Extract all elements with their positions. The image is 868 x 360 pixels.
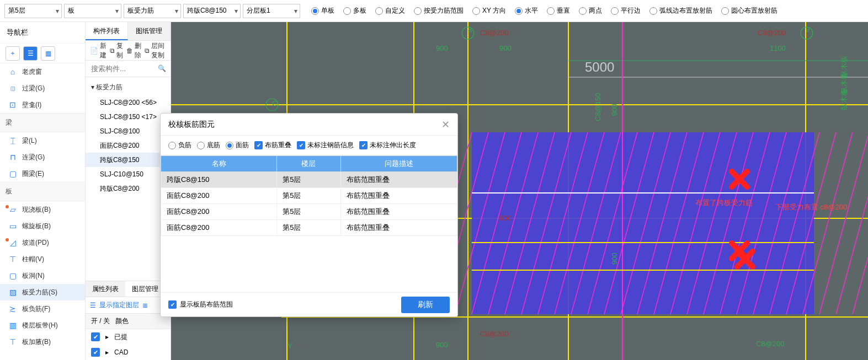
nav-item[interactable]: ▥楼层板带(H) <box>0 317 85 334</box>
option-多板[interactable]: 多板 <box>340 6 370 15</box>
tree-root[interactable]: 板受力筋 <box>86 79 171 95</box>
nav-tb-list-icon[interactable]: ☰ <box>23 46 38 61</box>
nav-item[interactable]: ⌂老虎窗 <box>0 63 85 80</box>
filter-check[interactable]: ✔布筋重叠 <box>254 141 291 150</box>
column-header: 问题描述 <box>340 156 457 172</box>
option-两点[interactable]: 两点 <box>576 6 605 15</box>
dd-category[interactable]: 板 <box>64 4 121 18</box>
tb-icon: 📄 <box>90 47 98 55</box>
dd-layer[interactable]: 分层板1 <box>243 4 300 18</box>
filter-check[interactable]: ✔未标注伸出长度 <box>359 141 416 150</box>
nav-item-icon: ▢ <box>8 169 18 179</box>
nav-item-icon: ▢ <box>8 271 18 281</box>
nav-item-icon: ⊤ <box>8 254 18 264</box>
check-icon: ✔ <box>297 141 305 149</box>
toolbar-button[interactable]: ⧉复制 <box>110 41 123 60</box>
layer-row[interactable]: ✔▸已提 <box>86 329 171 345</box>
tab[interactable]: 图纸管理 <box>128 22 171 40</box>
nav-item[interactable]: ◿坡道(PD) <box>0 234 85 251</box>
layer-row[interactable]: ✔▸CAD <box>86 345 171 360</box>
dd-item[interactable]: 跨版C8@150 <box>183 4 241 18</box>
check-dialog: 校核板筋图元 ✕ 负筋底筋面筋✔布筋重叠✔未标注钢筋信息✔未标注伸出长度 名称楼… <box>160 113 458 317</box>
nav-item[interactable]: ⎅过梁(G) <box>0 80 85 96</box>
search-box <box>86 61 171 77</box>
nav-tb-add-icon[interactable]: + <box>6 46 20 61</box>
tree-item[interactable]: 跨版C8@150 <box>86 153 171 167</box>
table-row[interactable]: 跨版C8@150第5层布筋范围重叠 <box>161 172 457 188</box>
footer-check[interactable]: ✔ 显示板筋布筋范围 <box>168 300 233 309</box>
nav-item[interactable]: ▭螺旋板(B) <box>0 218 85 234</box>
tab[interactable]: 图层管理 <box>125 281 165 297</box>
check-icon: ✔ <box>168 300 177 309</box>
tb-icon: 🗑 <box>126 47 133 55</box>
svg-text:900: 900 <box>610 252 619 265</box>
filter-check[interactable]: ✔未标注钢筋信息 <box>297 141 354 150</box>
nav-item-icon: ⊤ <box>8 337 18 347</box>
dd-floor[interactable]: 第5层 <box>4 4 62 18</box>
check-icon[interactable]: ✔ <box>91 332 100 341</box>
tree-item[interactable]: SLJ-C8@150 <17> <box>86 110 171 124</box>
layer-toolbar: ☰显示指定图层≣ <box>86 297 171 314</box>
table-row[interactable]: 面筋C8@200第5层布筋范围重叠 <box>161 188 457 204</box>
option-XY 方向[interactable]: XY 方向 <box>469 6 509 15</box>
toolbar-button[interactable]: ⧉层间复制 <box>145 41 166 60</box>
nav-item-icon: ⌂ <box>8 67 18 77</box>
option-圆心布置放射筋[interactable]: 圆心布置放射筋 <box>718 6 781 15</box>
svg-text:900: 900 <box>499 44 512 52</box>
radio-icon <box>649 7 657 15</box>
option-垂直[interactable]: 垂直 <box>544 6 573 15</box>
tree-item[interactable]: SLJ-C8@200 <56> <box>86 95 171 110</box>
nav-item[interactable]: ⊤柱帽(V) <box>0 251 85 267</box>
nav-item[interactable]: ⊡壁龛(I) <box>0 96 85 113</box>
nav-item[interactable]: ⊓连梁(G) <box>0 149 85 165</box>
option-水平[interactable]: 水平 <box>512 6 541 15</box>
svg-text:900: 900 <box>499 214 512 222</box>
component-toolbar: 📄新建⧉复制🗑删除⧉层间复制 <box>86 41 171 61</box>
close-icon[interactable]: ✕ <box>441 119 450 131</box>
option-弧线边布置放射筋[interactable]: 弧线边布置放射筋 <box>646 6 716 15</box>
nav-item-icon: ▨ <box>8 287 18 297</box>
nav-item[interactable]: ▢圈梁(E) <box>0 165 85 182</box>
toolbar-button[interactable]: 📄新建 <box>90 41 106 60</box>
nav-item[interactable]: ≿板负筋(F) <box>0 300 85 317</box>
option-平行边[interactable]: 平行边 <box>608 6 644 15</box>
nav-item-icon: ▱ <box>8 205 18 214</box>
check-icon[interactable]: ✔ <box>91 348 100 357</box>
radio-icon <box>197 142 205 149</box>
nav-item[interactable]: ▱现浇板(B) <box>0 201 85 218</box>
nav-item[interactable]: ▢板洞(N) <box>0 267 85 284</box>
nav-item-icon: ⎅ <box>8 83 18 93</box>
layerbar-icon[interactable]: ☰ <box>90 302 96 309</box>
toolbar-button[interactable]: 🗑删除 <box>126 41 141 60</box>
nav-item[interactable]: ⊤板加腋(B) <box>0 334 85 350</box>
filter-radio[interactable]: 负筋 <box>168 141 191 150</box>
filter-radio[interactable]: 底筋 <box>197 141 220 150</box>
nav-tb-grid-icon[interactable]: ▦ <box>41 46 55 61</box>
check-icon: ✔ <box>254 141 263 149</box>
svg-text:C8@200: C8@200 <box>480 330 509 338</box>
layerbar-label[interactable]: 显示指定图层 <box>99 300 139 310</box>
nav-item[interactable]: ▨板受力筋(S) <box>0 284 85 300</box>
layerbar-icon[interactable]: ≣ <box>142 302 148 309</box>
table-row[interactable]: 面筋C8@200第5层布筋范围重叠 <box>161 220 457 236</box>
nav-item[interactable]: ⌶梁(L) <box>0 132 85 149</box>
tree-item[interactable]: 跨版C8@200 <box>86 181 171 196</box>
tab[interactable]: 属性列表 <box>86 281 125 297</box>
tree-item[interactable]: 面筋C8@200 <box>86 138 171 153</box>
dialog-table: 名称楼层问题描述跨版C8@150第5层布筋范围重叠面筋C8@200第5层布筋范围… <box>161 155 457 292</box>
search-input[interactable] <box>86 61 171 77</box>
option-单板[interactable]: 单板 <box>308 6 338 15</box>
table-row[interactable]: 面筋C8@200第5层布筋范围重叠 <box>161 204 457 220</box>
component-tabs: 构件列表图纸管理 <box>86 22 171 41</box>
dd-type[interactable]: 板受力筋 <box>124 4 181 18</box>
refresh-button[interactable]: 刷新 <box>401 297 450 313</box>
option-按受力筋范围[interactable]: 按受力筋范围 <box>411 6 467 15</box>
filter-radio[interactable]: 面筋 <box>226 141 249 150</box>
tree-item[interactable]: SLJ-C8@100 <box>86 124 171 138</box>
radio-icon <box>343 7 351 15</box>
tab[interactable]: 构件列表 <box>86 22 128 40</box>
option-自定义[interactable]: 自定义 <box>372 6 408 15</box>
component-panel: 构件列表图纸管理 📄新建⧉复制🗑删除⧉层间复制 板受力筋 SLJ-C8@200 … <box>86 22 171 360</box>
svg-text:Y: Y <box>287 342 292 350</box>
tree-item[interactable]: SLJ-C10@150 <box>86 167 171 181</box>
